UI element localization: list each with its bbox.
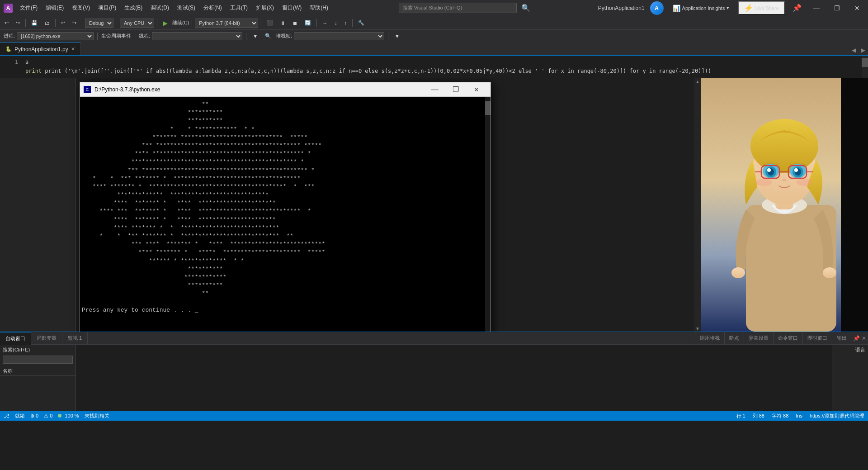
auto-window-panel: 搜索(Ctrl+E) 名称 xyxy=(0,345,76,411)
toolbar-step-out[interactable]: ↑ xyxy=(342,19,350,27)
code-print-fn: print xyxy=(25,68,42,74)
bottom-content: 搜索(Ctrl+E) 名称 语言 xyxy=(0,345,868,411)
toolbar-undo[interactable]: ↩ xyxy=(58,19,68,27)
editor-area: 1 a print print ('\n'.join([''.join(['*'… xyxy=(0,56,868,78)
menu-build[interactable]: 生成(B) xyxy=(121,2,146,14)
platform-dropdown[interactable]: Any CPU xyxy=(120,19,154,28)
live-share-button[interactable]: ⚡ Live Share xyxy=(738,1,785,15)
toolbar-tools[interactable]: 🔧 xyxy=(355,19,367,27)
console-window: C D:\Python-3.7.3\python.exe — ❐ ✕ ** xyxy=(80,82,491,332)
toolbar-sep-8 xyxy=(352,19,353,27)
warning-count[interactable]: ⚠ 0 xyxy=(44,413,52,419)
menu-view[interactable]: 视图(V) xyxy=(68,2,94,14)
menu-debug[interactable]: 调试(D) xyxy=(147,2,173,14)
console-win-buttons: — ❐ ✕ xyxy=(425,82,487,97)
tab-filename: PythonApplication1.py xyxy=(14,46,68,52)
toolbar-forward[interactable]: ↪ xyxy=(13,19,23,27)
toolbar-save[interactable]: 💾 xyxy=(28,19,40,27)
console-minimize[interactable]: — xyxy=(425,82,445,97)
menu-test[interactable]: 测试(S) xyxy=(174,2,199,14)
tab-bar: 🐍 PythonApplication1.py ✕ ◀ ▶ xyxy=(0,42,868,56)
toolbar-sep-6 xyxy=(261,19,261,27)
tab-close-button[interactable]: ✕ xyxy=(71,46,75,52)
call-stack-tab[interactable]: 调用堆栈 xyxy=(695,332,724,345)
panel-close-icon[interactable]: ✕ xyxy=(862,335,866,342)
zoom-level[interactable]: 100 % xyxy=(58,413,79,418)
toolbar-step-over[interactable]: → xyxy=(320,19,330,27)
auto-search-label: 搜索(Ctrl+E) xyxy=(3,347,73,353)
toolbar-save-all[interactable]: 🗂 xyxy=(42,19,52,27)
menu-tools[interactable]: 工具(T) xyxy=(226,2,251,14)
panel-pin-icon[interactable]: 📌 xyxy=(853,335,860,342)
toolbar-debug-1[interactable]: ⬛ xyxy=(264,19,276,27)
output-tab[interactable]: 输出 xyxy=(832,332,851,345)
no-match-status: 未找到相关 xyxy=(85,413,109,419)
auto-search-input[interactable] xyxy=(3,356,73,364)
pin-icon[interactable]: 📌 xyxy=(791,2,803,14)
auto-name-header: 名称 xyxy=(0,366,75,376)
toolbar-redo[interactable]: ↪ xyxy=(70,19,79,27)
tab-scroll-left[interactable]: ◀ xyxy=(849,45,859,55)
toolbar-sep-9 xyxy=(370,19,370,27)
editor-scroll-down[interactable]: ▼ xyxy=(694,325,701,332)
console-maximize[interactable]: ❐ xyxy=(445,82,466,97)
file-tab[interactable]: 🐍 PythonApplication1.py ✕ xyxy=(0,43,81,55)
debug-sep-1 xyxy=(97,33,98,40)
console-scrollbar[interactable] xyxy=(485,97,491,332)
editor-v-scrollbar[interactable]: ▲ ▼ xyxy=(694,78,701,332)
python-version-dropdown[interactable]: Python 3.7 (64-bit) xyxy=(195,19,258,28)
menu-project[interactable]: 项目(P) xyxy=(94,2,120,14)
menu-help[interactable]: 帮助(H) xyxy=(306,2,332,14)
editor-scroll-up[interactable]: ▲ xyxy=(694,78,701,85)
bottom-panel: 自动窗口 局部变量 监视 1 调用堆栈 断点 异常设置 命令窗口 即时窗口 输出… xyxy=(0,332,868,411)
menu-edit[interactable]: 编辑(E) xyxy=(42,2,67,14)
process-dropdown[interactable]: [1652] python.exe xyxy=(17,32,94,40)
toolbar-debug-4[interactable]: 🔄 xyxy=(302,19,314,27)
left-auto-panel xyxy=(0,78,76,332)
search-icon[interactable]: 🔍 xyxy=(520,3,531,14)
watch-tab[interactable]: 监视 1 xyxy=(62,332,88,345)
exception-settings-tab[interactable]: 异常设置 xyxy=(744,332,773,345)
main-area: C D:\Python-3.7.3\python.exe — ❐ ✕ ** xyxy=(0,78,868,332)
language-label: 语言 xyxy=(855,347,865,353)
toolbar-step-in[interactable]: ↓ xyxy=(332,19,340,27)
command-window-tab[interactable]: 命令窗口 xyxy=(773,332,802,345)
right-debug-tabs: 调用堆栈 断点 异常设置 命令窗口 即时窗口 输出 xyxy=(695,332,851,345)
stack-dropdown[interactable] xyxy=(294,32,384,40)
filter-btn[interactable]: ▼ xyxy=(250,33,260,40)
search-thread-btn[interactable]: 🔍 xyxy=(262,32,274,40)
immediate-window-tab[interactable]: 即时窗口 xyxy=(802,332,832,345)
maximize-button[interactable]: ❐ xyxy=(830,3,844,14)
menu-file[interactable]: 文件(F) xyxy=(16,2,41,14)
toolbar-debug-2[interactable]: ⏸ xyxy=(278,19,288,27)
source-control-url[interactable]: https://添加到源代码管理 xyxy=(810,413,864,419)
console-close[interactable]: ✕ xyxy=(466,82,487,97)
panel-controls: 📌 ✕ xyxy=(851,335,868,342)
code-content[interactable]: a print print ('\n'.join([''.join(['*' i… xyxy=(22,56,862,78)
tab-scroll-right[interactable]: ▶ xyxy=(859,45,868,55)
menu-bar: 文件(F) 编辑(E) 视图(V) 项目(P) 生成(B) 调试(D) 测试(S… xyxy=(16,2,332,14)
continue-button[interactable]: ▶ xyxy=(160,19,170,28)
name-column-label: 名称 xyxy=(3,368,13,374)
debug-config-dropdown[interactable]: Debug xyxy=(85,19,113,28)
toolbar-back[interactable]: ↩ xyxy=(2,19,11,27)
git-status[interactable]: ⎇ xyxy=(4,413,9,419)
stack-scroll-btn[interactable]: ▼ xyxy=(392,33,402,40)
local-vars-tab[interactable]: 局部变量 xyxy=(31,332,62,345)
code-cursor: a xyxy=(25,59,28,65)
thread-dropdown[interactable] xyxy=(152,32,242,40)
auto-window-tab[interactable]: 自动窗口 xyxy=(0,332,31,345)
menu-window[interactable]: 窗口(W) xyxy=(278,2,305,14)
app-insights-button[interactable]: 📊 Application Insights ▾ xyxy=(669,4,733,13)
minimize-button[interactable]: — xyxy=(809,3,824,14)
breakpoints-tab[interactable]: 断点 xyxy=(724,332,744,345)
toolbar-sep-4 xyxy=(157,19,157,27)
search-box[interactable]: 搜索 Visual Studio (Ctrl+Q) xyxy=(399,3,517,13)
menu-extensions[interactable]: 扩展(X) xyxy=(252,2,278,14)
toolbar-debug-3[interactable]: ⏹ xyxy=(290,19,300,27)
editor-scrollbar[interactable] xyxy=(862,56,868,78)
error-count[interactable]: ⊗ 0 xyxy=(30,413,38,419)
menu-analyze[interactable]: 分析(N) xyxy=(200,2,226,14)
close-button[interactable]: ✕ xyxy=(850,3,864,14)
user-avatar[interactable]: A xyxy=(650,1,664,15)
